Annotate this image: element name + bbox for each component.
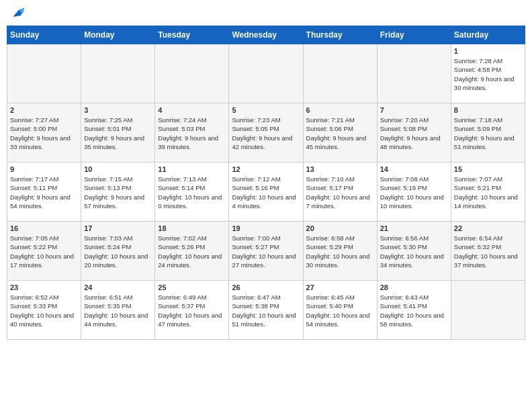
- day-number: 19: [232, 224, 300, 232]
- day-info: Sunrise: 7:18 AM Sunset: 5:09 PM Dayligh…: [454, 116, 522, 151]
- day-info: Sunrise: 7:07 AM Sunset: 5:21 PM Dayligh…: [454, 175, 522, 210]
- day-info: Sunrise: 6:51 AM Sunset: 5:35 PM Dayligh…: [84, 293, 152, 328]
- calendar-cell: 2Sunrise: 7:27 AM Sunset: 5:00 PM Daylig…: [7, 103, 81, 163]
- day-info: Sunrise: 7:13 AM Sunset: 5:14 PM Dayligh…: [158, 175, 226, 210]
- day-number: 1: [454, 47, 522, 55]
- day-info: Sunrise: 7:08 AM Sunset: 5:19 PM Dayligh…: [380, 175, 448, 210]
- day-number: 12: [232, 165, 300, 173]
- day-number: 13: [306, 165, 374, 173]
- calendar-cell: 20Sunrise: 6:58 AM Sunset: 5:29 PM Dayli…: [303, 222, 377, 281]
- weekday-header-sunday: Sunday: [7, 26, 81, 44]
- calendar-cell: 13Sunrise: 7:10 AM Sunset: 5:17 PM Dayli…: [303, 163, 377, 222]
- logo-icon: [11, 7, 24, 20]
- calendar-cell: 25Sunrise: 6:49 AM Sunset: 5:37 PM Dayli…: [155, 281, 229, 340]
- weekday-header-friday: Friday: [377, 26, 451, 44]
- weekday-header-monday: Monday: [81, 26, 155, 44]
- calendar-cell: [451, 281, 525, 340]
- day-number: 23: [10, 283, 78, 291]
- day-number: 11: [158, 165, 226, 173]
- calendar-cell: [303, 44, 377, 103]
- calendar-week-row: 23Sunrise: 6:52 AM Sunset: 5:33 PM Dayli…: [7, 281, 525, 340]
- day-number: 8: [454, 106, 522, 114]
- weekday-header-saturday: Saturday: [451, 26, 525, 44]
- day-number: 27: [306, 283, 374, 291]
- day-number: 3: [84, 106, 152, 114]
- calendar-cell: 23Sunrise: 6:52 AM Sunset: 5:33 PM Dayli…: [7, 281, 81, 340]
- day-number: 20: [306, 224, 374, 232]
- day-number: 10: [84, 165, 152, 173]
- calendar-table: SundayMondayTuesdayWednesdayThursdayFrid…: [7, 26, 525, 340]
- calendar-cell: 7Sunrise: 7:20 AM Sunset: 5:08 PM Daylig…: [377, 103, 451, 163]
- calendar-header-row: SundayMondayTuesdayWednesdayThursdayFrid…: [7, 26, 525, 44]
- calendar-cell: 9Sunrise: 7:17 AM Sunset: 5:11 PM Daylig…: [7, 163, 81, 222]
- calendar-week-row: 16Sunrise: 7:05 AM Sunset: 5:22 PM Dayli…: [7, 222, 525, 281]
- day-info: Sunrise: 7:21 AM Sunset: 5:06 PM Dayligh…: [306, 116, 374, 151]
- calendar-cell: [155, 44, 229, 103]
- day-info: Sunrise: 6:58 AM Sunset: 5:29 PM Dayligh…: [306, 234, 374, 269]
- day-number: 26: [232, 283, 300, 291]
- day-number: 17: [84, 224, 152, 232]
- calendar-cell: 11Sunrise: 7:13 AM Sunset: 5:14 PM Dayli…: [155, 163, 229, 222]
- calendar-cell: 28Sunrise: 6:43 AM Sunset: 5:41 PM Dayli…: [377, 281, 451, 340]
- day-number: 4: [158, 106, 226, 114]
- day-info: Sunrise: 7:24 AM Sunset: 5:03 PM Dayligh…: [158, 116, 226, 151]
- calendar-cell: 27Sunrise: 6:45 AM Sunset: 5:40 PM Dayli…: [303, 281, 377, 340]
- calendar-cell: 22Sunrise: 6:54 AM Sunset: 5:32 PM Dayli…: [451, 222, 525, 281]
- logo[interactable]: [9, 7, 24, 20]
- day-number: 7: [380, 106, 448, 114]
- calendar-cell: [229, 44, 303, 103]
- day-info: Sunrise: 7:03 AM Sunset: 5:24 PM Dayligh…: [84, 234, 152, 269]
- weekday-header-tuesday: Tuesday: [155, 26, 229, 44]
- page-header: [7, 7, 525, 20]
- calendar-week-row: 2Sunrise: 7:27 AM Sunset: 5:00 PM Daylig…: [7, 103, 525, 163]
- weekday-header-thursday: Thursday: [303, 26, 377, 44]
- day-number: 6: [306, 106, 374, 114]
- calendar-cell: 15Sunrise: 7:07 AM Sunset: 5:21 PM Dayli…: [451, 163, 525, 222]
- day-info: Sunrise: 6:56 AM Sunset: 5:30 PM Dayligh…: [380, 234, 448, 269]
- calendar-cell: 21Sunrise: 6:56 AM Sunset: 5:30 PM Dayli…: [377, 222, 451, 281]
- day-info: Sunrise: 7:12 AM Sunset: 5:16 PM Dayligh…: [232, 175, 300, 210]
- day-info: Sunrise: 6:52 AM Sunset: 5:33 PM Dayligh…: [10, 293, 78, 328]
- day-number: 15: [454, 165, 522, 173]
- day-number: 24: [84, 283, 152, 291]
- calendar-week-row: 1Sunrise: 7:28 AM Sunset: 4:58 PM Daylig…: [7, 44, 525, 103]
- calendar-cell: 8Sunrise: 7:18 AM Sunset: 5:09 PM Daylig…: [451, 103, 525, 163]
- day-number: 25: [158, 283, 226, 291]
- day-info: Sunrise: 6:45 AM Sunset: 5:40 PM Dayligh…: [306, 293, 374, 328]
- day-info: Sunrise: 6:43 AM Sunset: 5:41 PM Dayligh…: [380, 293, 448, 328]
- day-number: 18: [158, 224, 226, 232]
- day-info: Sunrise: 7:05 AM Sunset: 5:22 PM Dayligh…: [10, 234, 78, 269]
- calendar-cell: 17Sunrise: 7:03 AM Sunset: 5:24 PM Dayli…: [81, 222, 155, 281]
- day-number: 2: [10, 106, 78, 114]
- day-info: Sunrise: 7:20 AM Sunset: 5:08 PM Dayligh…: [380, 116, 448, 151]
- day-info: Sunrise: 7:25 AM Sunset: 5:01 PM Dayligh…: [84, 116, 152, 151]
- day-info: Sunrise: 7:23 AM Sunset: 5:05 PM Dayligh…: [232, 116, 300, 151]
- day-number: 22: [454, 224, 522, 232]
- calendar-cell: 6Sunrise: 7:21 AM Sunset: 5:06 PM Daylig…: [303, 103, 377, 163]
- day-info: Sunrise: 7:17 AM Sunset: 5:11 PM Dayligh…: [10, 175, 78, 210]
- day-info: Sunrise: 6:54 AM Sunset: 5:32 PM Dayligh…: [454, 234, 522, 269]
- calendar-cell: 3Sunrise: 7:25 AM Sunset: 5:01 PM Daylig…: [81, 103, 155, 163]
- calendar-cell: 16Sunrise: 7:05 AM Sunset: 5:22 PM Dayli…: [7, 222, 81, 281]
- day-info: Sunrise: 7:02 AM Sunset: 5:26 PM Dayligh…: [158, 234, 226, 269]
- calendar-cell: [81, 44, 155, 103]
- calendar-cell: 26Sunrise: 6:47 AM Sunset: 5:38 PM Dayli…: [229, 281, 303, 340]
- calendar-cell: [377, 44, 451, 103]
- day-info: Sunrise: 7:15 AM Sunset: 5:13 PM Dayligh…: [84, 175, 152, 210]
- day-number: 5: [232, 106, 300, 114]
- calendar-cell: 1Sunrise: 7:28 AM Sunset: 4:58 PM Daylig…: [451, 44, 525, 103]
- calendar-cell: 4Sunrise: 7:24 AM Sunset: 5:03 PM Daylig…: [155, 103, 229, 163]
- day-number: 16: [10, 224, 78, 232]
- calendar-week-row: 9Sunrise: 7:17 AM Sunset: 5:11 PM Daylig…: [7, 163, 525, 222]
- calendar-cell: 5Sunrise: 7:23 AM Sunset: 5:05 PM Daylig…: [229, 103, 303, 163]
- calendar-cell: 19Sunrise: 7:00 AM Sunset: 5:27 PM Dayli…: [229, 222, 303, 281]
- day-info: Sunrise: 7:27 AM Sunset: 5:00 PM Dayligh…: [10, 116, 78, 151]
- calendar-cell: 12Sunrise: 7:12 AM Sunset: 5:16 PM Dayli…: [229, 163, 303, 222]
- calendar-cell: 24Sunrise: 6:51 AM Sunset: 5:35 PM Dayli…: [81, 281, 155, 340]
- day-info: Sunrise: 7:00 AM Sunset: 5:27 PM Dayligh…: [232, 234, 300, 269]
- weekday-header-wednesday: Wednesday: [229, 26, 303, 44]
- day-number: 14: [380, 165, 448, 173]
- day-info: Sunrise: 6:47 AM Sunset: 5:38 PM Dayligh…: [232, 293, 300, 328]
- day-number: 9: [10, 165, 78, 173]
- calendar-cell: 14Sunrise: 7:08 AM Sunset: 5:19 PM Dayli…: [377, 163, 451, 222]
